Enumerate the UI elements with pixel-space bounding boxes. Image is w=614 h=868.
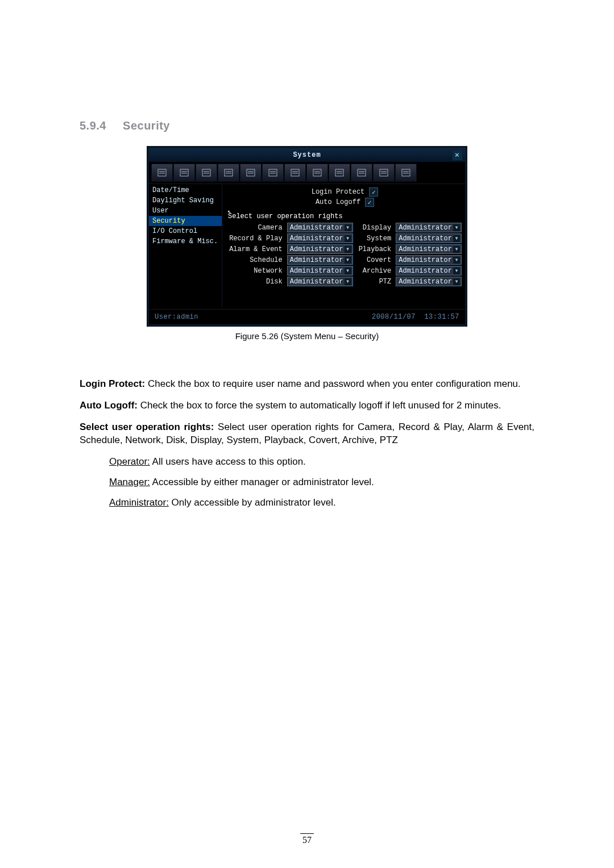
close-button[interactable]: × [452,150,463,161]
right-label-ptz: PTZ [358,278,392,286]
group-label: Select user operation rights [228,212,462,220]
operator-desc: All users have access to this option. [150,456,306,467]
window-title: System [293,151,321,159]
sidebar-item-i-o-control[interactable]: I/O Control [149,226,222,236]
chevron-down-icon: ▾ [453,224,460,231]
status-bar: User:admin 2008/11/07 13:31:57 [149,309,465,324]
brush-icon[interactable] [173,164,195,182]
section-heading: 5.9.4 Security [80,119,534,132]
svg-rect-30 [380,169,388,176]
right-select-ptz[interactable]: Administrator▾ [396,277,462,286]
auto-logoff-label: Auto Logoff [316,198,360,206]
status-user: User:admin [155,313,198,321]
operator-term: Operator: [109,456,150,467]
clipboard-icon[interactable] [351,164,372,182]
right-select-camera[interactable]: Administrator▾ [287,223,353,232]
user-icon[interactable] [218,164,239,182]
right-select-covert[interactable]: Administrator▾ [396,255,462,265]
info-icon[interactable] [329,164,350,182]
chevron-down-icon: ▾ [345,224,351,231]
right-label-alarm-event: Alarm & Event [228,245,283,253]
right-select-record-play[interactable]: Administrator▾ [287,233,353,243]
right-label-disk: Disk [228,278,283,286]
svg-rect-9 [225,169,233,176]
administrator-term: Administrator: [109,497,169,508]
right-select-disk[interactable]: Administrator▾ [287,277,353,286]
chevron-down-icon: ▾ [453,278,460,285]
auto-logoff-desc: Check the box to force the system to aut… [138,400,501,411]
calendar-icon[interactable] [151,164,173,182]
svg-rect-27 [358,169,366,176]
svg-rect-18 [291,169,299,176]
section-number: 5.9.4 [80,119,119,132]
right-select-network[interactable]: Administrator▾ [287,266,353,276]
right-label-schedule: Schedule [228,256,283,264]
right-label-record-play: Record & Play [228,235,283,243]
camera-icon[interactable] [262,164,284,182]
right-select-system[interactable]: Administrator▾ [396,233,462,243]
sidebar-item-security[interactable]: Security [149,216,222,226]
section-title: Security [123,119,170,132]
login-protect-desc: Check the box to require user name and p… [145,378,521,389]
chevron-down-icon: ▾ [453,246,460,253]
chevron-down-icon: ▾ [453,235,460,242]
chevron-down-icon: ▾ [345,246,351,253]
right-select-playback[interactable]: Administrator▾ [396,244,462,254]
right-label-display: Display [358,224,392,232]
figure-caption: Figure 5.26 (System Menu – Security) [235,331,379,341]
sidebar-item-daylight-saving[interactable]: Daylight Saving [149,195,222,206]
chevron-down-icon: ▾ [345,257,351,264]
manager-term: Manager: [109,477,150,487]
globe-icon[interactable] [306,164,328,182]
select-rights-term: Select user operation rights: [80,422,214,432]
svg-rect-6 [202,169,210,176]
sidebar-item-firmware-misc-[interactable]: Firmware & Misc. [149,236,222,247]
chevron-down-icon: ▾ [345,278,351,285]
auto-logoff-checkbox[interactable]: ✓ [365,198,374,207]
svg-rect-15 [269,169,277,176]
titlebar: System × [149,148,465,162]
right-select-display[interactable]: Administrator▾ [396,223,462,232]
rights-grid: CameraAdministrator▾DisplayAdministrator… [228,223,462,286]
search-icon[interactable] [373,164,395,182]
right-label-network: Network [228,267,283,275]
wrench-icon[interactable] [395,164,417,182]
content-pane: Login Protect ✓ Auto Logoff ✓ Select use… [222,184,465,309]
login-protect-checkbox[interactable]: ✓ [369,187,378,197]
status-datetime: 2008/11/07 13:31:57 [372,313,459,321]
login-protect-label: Login Protect [312,188,365,196]
chevron-down-icon: ▾ [345,268,351,274]
monitor-icon[interactable] [284,164,306,182]
right-label-system: System [358,235,392,243]
svg-rect-3 [180,169,188,176]
svg-rect-33 [402,169,410,176]
toolbar [149,162,465,184]
right-label-camera: Camera [228,224,283,232]
right-select-schedule[interactable]: Administrator▾ [287,255,353,265]
manager-desc: Accessible by either manager or administ… [150,477,374,487]
sidebar-item-user[interactable]: User [149,206,222,216]
svg-rect-24 [335,169,343,176]
right-label-covert: Covert [358,256,392,264]
svg-rect-12 [247,169,255,176]
right-select-archive[interactable]: Administrator▾ [396,266,462,276]
drive-icon[interactable] [196,164,217,182]
chevron-down-icon: ▾ [345,235,351,242]
body-text: Login Protect: Check the box to require … [80,377,534,510]
auto-logoff-term: Auto Logoff: [80,400,138,411]
administrator-desc: Only accessible by administrator level. [169,497,336,508]
svg-rect-0 [158,169,166,176]
page-number: 57 [300,833,314,845]
system-window: System × Date/TimeDaylight SavingUserSec… [148,147,466,326]
side-nav: Date/TimeDaylight SavingUserSecurityI/O … [149,184,222,309]
login-protect-term: Login Protect: [80,378,145,389]
right-label-playback: Playback [358,245,392,253]
sidebar-item-date-time[interactable]: Date/Time [149,185,222,195]
chevron-down-icon: ▾ [453,268,460,274]
sliders-icon[interactable] [240,164,262,182]
right-label-archive: Archive [358,267,392,275]
close-icon: × [455,151,460,160]
chevron-down-icon: ▾ [453,257,460,264]
svg-rect-21 [313,169,321,176]
right-select-alarm-event[interactable]: Administrator▾ [287,244,353,254]
